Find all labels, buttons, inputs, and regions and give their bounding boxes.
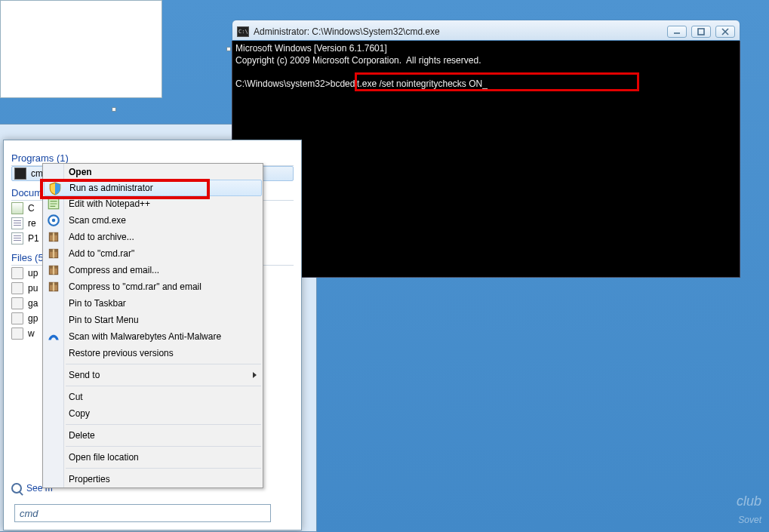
console-line: Microsoft Windows [Version 6.1.7601] xyxy=(235,43,387,54)
search-input[interactable] xyxy=(20,508,266,519)
context-menu-item-open-file-location[interactable]: Open file location xyxy=(43,449,263,466)
shield-icon xyxy=(48,182,62,195)
context-menu-separator xyxy=(66,424,261,425)
file-icon xyxy=(11,267,23,279)
context-menu-item-pin-to-start-menu[interactable]: Pin to Start Menu xyxy=(43,312,263,328)
watermark: club Sovet xyxy=(737,494,761,527)
av-icon xyxy=(47,214,60,227)
context-menu-item-run-as-administrator[interactable]: Run as administrator xyxy=(44,180,262,196)
context-menu-item-scan-cmd-exe[interactable]: Scan cmd.exe xyxy=(43,212,263,229)
svg-rect-18 xyxy=(53,282,54,291)
result-label: pu xyxy=(28,283,38,294)
console-command: bcdedit.exe /set nointegritychecks ON xyxy=(331,78,482,89)
result-label: up xyxy=(28,268,38,278)
context-menu-item-cut[interactable]: Cut xyxy=(43,389,263,405)
minimize-button[interactable] xyxy=(667,26,687,38)
window-titlebar[interactable]: Administrator: C:\Windows\System32\cmd.e… xyxy=(232,20,740,41)
context-menu[interactable]: OpenRun as administratorEdit with Notepa… xyxy=(42,163,263,488)
context-menu-item-properties[interactable]: Properties xyxy=(43,471,263,487)
cursor: _ xyxy=(482,78,488,89)
close-button[interactable] xyxy=(715,26,735,38)
search-icon xyxy=(11,483,22,494)
console-output[interactable]: Microsoft Windows [Version 6.1.7601] Cop… xyxy=(232,41,740,278)
command-prompt-window[interactable]: Administrator: C:\Windows\System32\cmd.e… xyxy=(232,20,740,280)
rar-icon xyxy=(47,280,60,294)
rar-icon xyxy=(47,230,60,244)
context-menu-label: Edit with Notepad++ xyxy=(69,198,150,209)
context-menu-item-pin-to-taskbar[interactable]: Pin to Taskbar xyxy=(43,295,263,312)
svg-rect-1 xyxy=(698,29,704,35)
console-prompt: C:\Windows\system32> xyxy=(235,78,331,89)
context-menu-label: Open file location xyxy=(69,452,139,463)
textfile-icon xyxy=(11,232,23,244)
context-menu-item-open[interactable]: Open xyxy=(43,164,263,180)
context-menu-item-copy[interactable]: Copy xyxy=(43,405,263,422)
result-label: re xyxy=(28,218,36,229)
context-menu-label: Properties xyxy=(69,474,110,484)
background-document-stub xyxy=(0,0,162,98)
context-menu-item-send-to[interactable]: Send to xyxy=(43,367,263,383)
svg-rect-15 xyxy=(53,266,54,274)
context-menu-label: Cut xyxy=(69,392,83,402)
watermark-line: Sovet xyxy=(738,515,761,525)
console-line: Copyright (c) 2009 Microsoft Corporation… xyxy=(235,55,481,66)
resize-handle xyxy=(226,47,231,51)
context-menu-label: Scan with Malwarebytes Anti-Malware xyxy=(69,331,221,342)
svg-point-6 xyxy=(52,219,56,223)
context-menu-label: Pin to Taskbar xyxy=(69,298,126,309)
submenu-arrow-icon xyxy=(253,372,257,378)
maximize-button[interactable] xyxy=(691,26,711,38)
file-icon xyxy=(11,282,23,294)
window-title: Administrator: C:\Windows\System32\cmd.e… xyxy=(254,26,667,37)
svg-rect-9 xyxy=(53,232,54,241)
result-label: P1 xyxy=(28,233,39,244)
svg-rect-12 xyxy=(53,249,54,257)
npp-icon xyxy=(47,197,60,211)
cmd-icon xyxy=(237,26,249,37)
context-menu-label: Add to "cmd.rar" xyxy=(69,248,134,259)
result-label: C xyxy=(28,203,35,214)
context-menu-label: Pin to Start Menu xyxy=(69,315,139,325)
context-menu-item-add-to-archive[interactable]: Add to archive... xyxy=(43,229,263,245)
context-menu-label: Scan cmd.exe xyxy=(69,215,126,226)
result-label: gp xyxy=(28,313,38,324)
context-menu-item-restore-previous-versions[interactable]: Restore previous versions xyxy=(43,345,263,361)
context-menu-item-scan-with-malwarebytes-anti-malware[interactable]: Scan with Malwarebytes Anti-Malware xyxy=(43,328,263,345)
context-menu-label: Run as administrator xyxy=(69,183,153,193)
file-icon xyxy=(11,297,23,309)
file-icon xyxy=(11,312,23,324)
context-menu-separator xyxy=(66,468,261,469)
rar-icon xyxy=(47,247,60,260)
context-menu-separator xyxy=(66,446,261,447)
notepad-icon xyxy=(11,202,23,214)
context-menu-separator xyxy=(66,386,261,386)
context-menu-separator xyxy=(66,364,261,364)
result-label: ga xyxy=(28,298,38,309)
textfile-icon xyxy=(11,217,23,229)
context-menu-label: Copy xyxy=(69,408,90,419)
result-label: w xyxy=(28,328,35,339)
context-menu-label: Compress and email... xyxy=(69,265,159,275)
context-menu-label: Open xyxy=(69,167,92,177)
context-menu-label: Send to xyxy=(69,370,100,380)
context-menu-label: Restore previous versions xyxy=(69,348,174,358)
mbam-icon xyxy=(47,330,60,343)
cmd-icon xyxy=(14,168,26,180)
context-menu-label: Compress to "cmd.rar" and email xyxy=(69,281,201,292)
context-menu-item-delete[interactable]: Delete xyxy=(43,427,263,444)
context-menu-item-add-to-cmd-rar[interactable]: Add to "cmd.rar" xyxy=(43,245,263,262)
rar-icon xyxy=(47,263,60,277)
context-menu-item-edit-with-notepad[interactable]: Edit with Notepad++ xyxy=(43,195,263,212)
resize-handle xyxy=(112,107,116,112)
search-box[interactable] xyxy=(14,504,271,522)
watermark-line: club xyxy=(737,494,761,509)
file-icon xyxy=(11,328,23,340)
context-menu-item-compress-and-email[interactable]: Compress and email... xyxy=(43,262,263,278)
context-menu-label: Delete xyxy=(69,430,95,441)
context-menu-item-compress-to-cmd-rar-and-email[interactable]: Compress to "cmd.rar" and email xyxy=(43,278,263,295)
context-menu-label: Add to archive... xyxy=(69,232,134,242)
